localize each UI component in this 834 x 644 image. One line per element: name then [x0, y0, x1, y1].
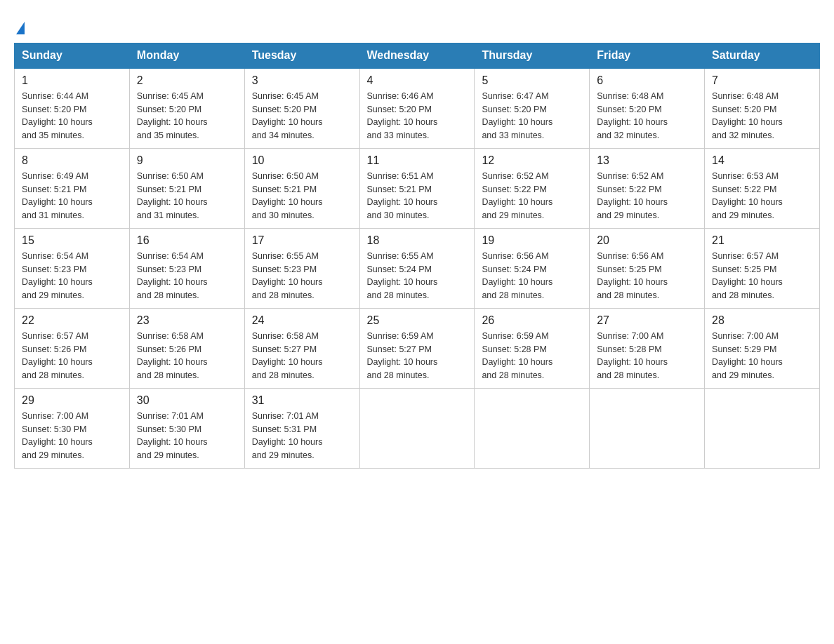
calendar-week-row: 29Sunrise: 7:00 AMSunset: 5:30 PMDayligh… — [15, 388, 820, 468]
page-header — [14, 14, 820, 36]
calendar-week-row: 8Sunrise: 6:49 AMSunset: 5:21 PMDaylight… — [15, 148, 820, 228]
day-info: Sunrise: 6:45 AMSunset: 5:20 PMDaylight:… — [252, 90, 352, 142]
calendar-day-cell: 13Sunrise: 6:52 AMSunset: 5:22 PMDayligh… — [590, 148, 705, 228]
day-number: 2 — [137, 74, 237, 87]
day-info: Sunrise: 6:49 AMSunset: 5:21 PMDaylight:… — [22, 170, 122, 222]
day-info: Sunrise: 6:52 AMSunset: 5:22 PMDaylight:… — [597, 170, 697, 222]
calendar-table: SundayMondayTuesdayWednesdayThursdayFrid… — [14, 43, 820, 469]
day-info: Sunrise: 6:55 AMSunset: 5:24 PMDaylight:… — [367, 250, 468, 302]
day-info: Sunrise: 7:00 AMSunset: 5:28 PMDaylight:… — [597, 330, 697, 382]
calendar-day-cell: 6Sunrise: 6:48 AMSunset: 5:20 PMDaylight… — [590, 68, 705, 149]
day-number: 19 — [482, 234, 582, 247]
calendar-day-cell: 29Sunrise: 7:00 AMSunset: 5:30 PMDayligh… — [15, 388, 130, 468]
calendar-day-cell: 5Sunrise: 6:47 AMSunset: 5:20 PMDaylight… — [475, 68, 590, 149]
day-number: 21 — [712, 234, 812, 247]
day-number: 20 — [597, 234, 697, 247]
calendar-day-cell — [705, 388, 820, 468]
calendar-day-cell: 22Sunrise: 6:57 AMSunset: 5:26 PMDayligh… — [15, 308, 130, 388]
calendar-day-cell — [359, 388, 475, 468]
calendar-week-row: 15Sunrise: 6:54 AMSunset: 5:23 PMDayligh… — [15, 228, 820, 308]
day-info: Sunrise: 6:56 AMSunset: 5:24 PMDaylight:… — [482, 250, 582, 302]
day-number: 31 — [252, 394, 352, 407]
calendar-week-row: 22Sunrise: 6:57 AMSunset: 5:26 PMDayligh… — [15, 308, 820, 388]
day-info: Sunrise: 6:47 AMSunset: 5:20 PMDaylight:… — [482, 90, 582, 142]
day-number: 18 — [367, 234, 468, 247]
calendar-day-cell: 8Sunrise: 6:49 AMSunset: 5:21 PMDaylight… — [15, 148, 130, 228]
day-number: 6 — [597, 74, 697, 87]
weekday-header-friday: Friday — [590, 43, 705, 68]
weekday-header-saturday: Saturday — [705, 43, 820, 68]
calendar-day-cell: 11Sunrise: 6:51 AMSunset: 5:21 PMDayligh… — [359, 148, 475, 228]
calendar-day-cell — [475, 388, 590, 468]
day-info: Sunrise: 6:52 AMSunset: 5:22 PMDaylight:… — [482, 170, 582, 222]
day-number: 29 — [22, 394, 122, 407]
day-number: 10 — [252, 154, 352, 167]
calendar-day-cell: 21Sunrise: 6:57 AMSunset: 5:25 PMDayligh… — [705, 228, 820, 308]
day-number: 27 — [597, 314, 697, 327]
day-info: Sunrise: 6:46 AMSunset: 5:20 PMDaylight:… — [367, 90, 468, 142]
day-info: Sunrise: 6:44 AMSunset: 5:20 PMDaylight:… — [22, 90, 122, 142]
calendar-day-cell: 18Sunrise: 6:55 AMSunset: 5:24 PMDayligh… — [359, 228, 475, 308]
logo — [14, 14, 25, 36]
weekday-header-wednesday: Wednesday — [359, 43, 475, 68]
calendar-day-cell: 24Sunrise: 6:58 AMSunset: 5:27 PMDayligh… — [244, 308, 359, 388]
calendar-day-cell: 26Sunrise: 6:59 AMSunset: 5:28 PMDayligh… — [475, 308, 590, 388]
day-number: 26 — [482, 314, 582, 327]
day-number: 22 — [22, 314, 122, 327]
calendar-day-cell: 12Sunrise: 6:52 AMSunset: 5:22 PMDayligh… — [475, 148, 590, 228]
day-info: Sunrise: 6:54 AMSunset: 5:23 PMDaylight:… — [137, 250, 237, 302]
day-number: 23 — [137, 314, 237, 327]
logo-general-line — [14, 14, 25, 36]
logo-triangle-icon — [16, 22, 25, 34]
weekday-header-thursday: Thursday — [475, 43, 590, 68]
day-number: 8 — [22, 154, 122, 167]
day-number: 14 — [712, 154, 812, 167]
day-info: Sunrise: 7:00 AMSunset: 5:30 PMDaylight:… — [22, 410, 122, 462]
calendar-day-cell: 23Sunrise: 6:58 AMSunset: 5:26 PMDayligh… — [129, 308, 244, 388]
day-info: Sunrise: 6:57 AMSunset: 5:26 PMDaylight:… — [22, 330, 122, 382]
calendar-week-row: 1Sunrise: 6:44 AMSunset: 5:20 PMDaylight… — [15, 68, 820, 149]
calendar-day-cell: 2Sunrise: 6:45 AMSunset: 5:20 PMDaylight… — [129, 68, 244, 149]
calendar-day-cell: 15Sunrise: 6:54 AMSunset: 5:23 PMDayligh… — [15, 228, 130, 308]
day-number: 28 — [712, 314, 812, 327]
calendar-day-cell: 16Sunrise: 6:54 AMSunset: 5:23 PMDayligh… — [129, 228, 244, 308]
day-info: Sunrise: 6:57 AMSunset: 5:25 PMDaylight:… — [712, 250, 812, 302]
day-number: 12 — [482, 154, 582, 167]
calendar-day-cell: 7Sunrise: 6:48 AMSunset: 5:20 PMDaylight… — [705, 68, 820, 149]
day-number: 13 — [597, 154, 697, 167]
day-number: 17 — [252, 234, 352, 247]
calendar-day-cell: 31Sunrise: 7:01 AMSunset: 5:31 PMDayligh… — [244, 388, 359, 468]
day-info: Sunrise: 6:50 AMSunset: 5:21 PMDaylight:… — [137, 170, 237, 222]
day-info: Sunrise: 6:53 AMSunset: 5:22 PMDaylight:… — [712, 170, 812, 222]
day-number: 25 — [367, 314, 468, 327]
day-number: 3 — [252, 74, 352, 87]
day-info: Sunrise: 6:48 AMSunset: 5:20 PMDaylight:… — [597, 90, 697, 142]
calendar-day-cell: 1Sunrise: 6:44 AMSunset: 5:20 PMDaylight… — [15, 68, 130, 149]
day-info: Sunrise: 6:48 AMSunset: 5:20 PMDaylight:… — [712, 90, 812, 142]
day-info: Sunrise: 6:55 AMSunset: 5:23 PMDaylight:… — [252, 250, 352, 302]
calendar-day-cell — [590, 388, 705, 468]
day-number: 24 — [252, 314, 352, 327]
day-number: 9 — [137, 154, 237, 167]
day-info: Sunrise: 6:59 AMSunset: 5:27 PMDaylight:… — [367, 330, 468, 382]
day-info: Sunrise: 6:51 AMSunset: 5:21 PMDaylight:… — [367, 170, 468, 222]
weekday-header-sunday: Sunday — [15, 43, 130, 68]
calendar-day-cell: 17Sunrise: 6:55 AMSunset: 5:23 PMDayligh… — [244, 228, 359, 308]
day-number: 11 — [367, 154, 468, 167]
day-number: 7 — [712, 74, 812, 87]
day-info: Sunrise: 7:00 AMSunset: 5:29 PMDaylight:… — [712, 330, 812, 382]
calendar-day-cell: 10Sunrise: 6:50 AMSunset: 5:21 PMDayligh… — [244, 148, 359, 228]
day-info: Sunrise: 6:45 AMSunset: 5:20 PMDaylight:… — [137, 90, 237, 142]
day-info: Sunrise: 7:01 AMSunset: 5:31 PMDaylight:… — [252, 410, 352, 462]
calendar-day-cell: 28Sunrise: 7:00 AMSunset: 5:29 PMDayligh… — [705, 308, 820, 388]
weekday-header-monday: Monday — [129, 43, 244, 68]
day-info: Sunrise: 6:58 AMSunset: 5:27 PMDaylight:… — [252, 330, 352, 382]
calendar-day-cell: 14Sunrise: 6:53 AMSunset: 5:22 PMDayligh… — [705, 148, 820, 228]
weekday-header-row: SundayMondayTuesdayWednesdayThursdayFrid… — [15, 43, 820, 68]
day-info: Sunrise: 6:56 AMSunset: 5:25 PMDaylight:… — [597, 250, 697, 302]
calendar-day-cell: 19Sunrise: 6:56 AMSunset: 5:24 PMDayligh… — [475, 228, 590, 308]
day-number: 16 — [137, 234, 237, 247]
calendar-day-cell: 9Sunrise: 6:50 AMSunset: 5:21 PMDaylight… — [129, 148, 244, 228]
calendar-day-cell: 27Sunrise: 7:00 AMSunset: 5:28 PMDayligh… — [590, 308, 705, 388]
day-number: 30 — [137, 394, 237, 407]
